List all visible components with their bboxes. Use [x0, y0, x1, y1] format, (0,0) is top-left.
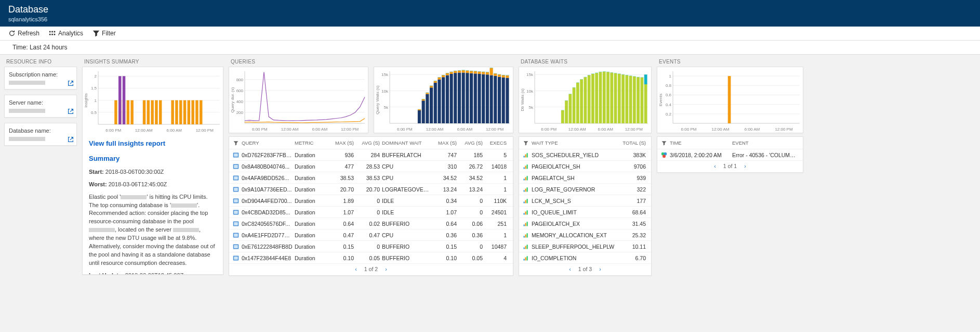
next-page[interactable]: ›	[742, 163, 748, 169]
table-row[interactable]: 0xA4E1FFD2D77C... Duration 0.47 0.47 CPU…	[229, 229, 513, 241]
table-row[interactable]: 0x4CBDAD32D85... Duration 1.07 0 IDLE 1.…	[229, 207, 513, 218]
svg-point-267	[663, 155, 666, 158]
col-max[interactable]: MAX (S)	[330, 140, 356, 146]
table-row[interactable]: 0x147F23844F44E8 Duration 0.10 0.05 BUFF…	[229, 252, 513, 264]
svg-rect-94	[450, 72, 453, 74]
table-row[interactable]: LOG_RATE_GOVERNOR 322	[519, 184, 651, 195]
svg-rect-201	[618, 74, 621, 123]
svg-text:1: 1	[669, 74, 672, 79]
prev-page[interactable]: ‹	[567, 266, 573, 272]
col-event[interactable]: EVENT	[732, 140, 800, 146]
prev-page[interactable]: ‹	[353, 266, 359, 272]
query-hash: 0x4CBDAD32D85...	[242, 209, 295, 215]
table-row[interactable]: IO_COMPLETION 6.70	[519, 252, 651, 264]
filter-icon[interactable]	[522, 141, 529, 146]
svg-rect-82	[434, 81, 437, 83]
query-waits-chart[interactable]: Query Waits (s)5k10k15k6:00 PM12:00 AM6:…	[374, 67, 513, 133]
col-avg2[interactable]: AVG (S)	[459, 140, 485, 146]
svg-rect-130	[498, 74, 501, 76]
svg-rect-239	[525, 234, 526, 237]
filter-icon	[92, 30, 100, 37]
waits-section-title: DATABASE WAITS	[519, 59, 652, 67]
svg-text:Insights: Insights	[84, 93, 88, 108]
analytics-button[interactable]: Analytics	[49, 30, 83, 37]
popout-icon[interactable]	[67, 136, 74, 143]
view-full-insights-link[interactable]: View full insights report	[89, 139, 217, 149]
table-row[interactable]: PAGEIOLATCH_EX 31.45	[519, 218, 651, 229]
server-value	[9, 109, 45, 113]
svg-text:6:00 AM: 6:00 AM	[598, 127, 614, 132]
resource-section-title: RESOURCE INFO	[4, 59, 77, 67]
time-filter[interactable]: Time: Last 24 hours	[0, 41, 980, 55]
query-hash: 0xA4E1FFD2D77C...	[242, 232, 295, 238]
query-icon	[232, 254, 240, 262]
filter-icon[interactable]	[232, 141, 240, 146]
col-avg[interactable]: AVG (S)	[356, 140, 382, 146]
svg-rect-237	[527, 222, 528, 226]
table-row[interactable]: 3/6/2018, 2:00:20 AM Error - 40536 - 'CO…	[657, 149, 803, 161]
svg-text:6:00 PM: 6:00 PM	[105, 128, 121, 133]
svg-text:6:00 PM: 6:00 PM	[541, 127, 557, 132]
server-tile[interactable]: Server name:	[4, 95, 77, 118]
filter-button[interactable]: Filter	[92, 30, 116, 37]
table-row[interactable]: 0xE761222848FB8D Duration 0.15 0 BUFFERI…	[229, 241, 513, 252]
col-execs[interactable]: EXECS	[485, 140, 509, 146]
table-row[interactable]: SOS_SCHEDULER_YIELD 383K	[519, 149, 651, 161]
wait-icon	[522, 254, 529, 262]
query-duration-chart[interactable]: Query dur. (s)2004006008006:00 PM12:00 A…	[229, 67, 368, 133]
db-waits-chart[interactable]: Db Waits (s)5k10k15k6:00 PM12:00 AM6:00 …	[519, 67, 652, 133]
svg-rect-36	[191, 100, 194, 124]
database-tile[interactable]: Database name:	[4, 123, 77, 146]
col-dominant[interactable]: DOMINANT WAIT	[382, 140, 433, 146]
waits-rows: SOS_SCHEDULER_YIELD 383K PAGEIOLATCH_SH …	[519, 149, 651, 264]
table-row[interactable]: 0xD762F283F7FBF5 Duration 936 284 BUFFER…	[229, 149, 513, 161]
popout-icon[interactable]	[67, 108, 74, 115]
next-page[interactable]: ›	[383, 266, 389, 272]
table-row[interactable]: MEMORY_ALLOCATION_EXT 25.32	[519, 229, 651, 241]
table-row[interactable]: IO_QUEUE_LIMIT 68.64	[519, 207, 651, 218]
svg-rect-28	[151, 100, 153, 124]
svg-rect-217	[524, 156, 525, 157]
svg-rect-191	[599, 72, 602, 123]
svg-text:6:00 AM: 6:00 AM	[457, 127, 473, 132]
next-page[interactable]: ›	[597, 266, 603, 272]
table-row[interactable]: PAGEIOLATCH_SH 9706	[519, 161, 651, 172]
col-wait-total[interactable]: TOTAL (S)	[617, 140, 648, 146]
table-row[interactable]: 0xD904A4FED700... Duration 1.89 0 IDLE 0…	[229, 195, 513, 207]
table-row[interactable]: PAGELATCH_SH 939	[519, 172, 651, 184]
svg-rect-224	[525, 177, 526, 180]
svg-rect-245	[525, 257, 526, 260]
subscription-tile[interactable]: Subscription name:	[4, 67, 77, 90]
waits-pager: ‹ 1 of 3 ›	[519, 264, 651, 275]
table-row[interactable]: 0x4AFA9BDD526... Duration 38.53 38.53 CP…	[229, 172, 513, 184]
insights-chart[interactable]: Insights0.511.526:00 PM12:00 AM6:00 AM12…	[83, 67, 223, 134]
table-row[interactable]: 0xC824056576DF... Duration 0.64 0.02 BUF…	[229, 218, 513, 229]
svg-rect-29	[155, 100, 157, 124]
svg-text:1: 1	[95, 98, 97, 103]
col-query[interactable]: QUERY	[242, 140, 295, 146]
svg-text:0.8: 0.8	[666, 83, 672, 88]
filter-icon[interactable]	[660, 141, 668, 146]
svg-rect-222	[527, 164, 528, 169]
col-wait-type[interactable]: WAIT TYPE	[532, 140, 617, 146]
popout-icon[interactable]	[67, 80, 74, 87]
col-event-time[interactable]: TIME	[670, 140, 732, 146]
refresh-button[interactable]: Refresh	[8, 30, 39, 37]
svg-text:1.5: 1.5	[91, 86, 97, 91]
database-value	[9, 137, 45, 141]
table-row[interactable]: 0x9A10A7736EED... Duration 20.70 20.70 L…	[229, 184, 513, 195]
col-max2[interactable]: MAX (S)	[433, 140, 459, 146]
svg-rect-151	[234, 222, 238, 225]
svg-rect-149	[234, 211, 238, 214]
query-hash: 0x4AFA9BDD526...	[242, 175, 295, 181]
table-row[interactable]: 0x8A480B040746... Duration 477 28.53 CPU…	[229, 161, 513, 172]
prev-page[interactable]: ‹	[712, 163, 718, 169]
table-row[interactable]: LCK_M_SCH_S 177	[519, 195, 651, 207]
svg-rect-147	[234, 199, 238, 202]
events-chart[interactable]: Events0.20.40.60.816:00 PM12:00 AM6:00 A…	[657, 67, 803, 133]
col-metric[interactable]: METRIC	[295, 140, 330, 146]
svg-rect-153	[234, 234, 238, 237]
svg-rect-85	[438, 78, 441, 80]
table-row[interactable]: SLEEP_BUFFERPOOL_HELPLW 10.11	[519, 241, 651, 252]
query-hash: 0x147F23844F44E8	[242, 255, 295, 261]
